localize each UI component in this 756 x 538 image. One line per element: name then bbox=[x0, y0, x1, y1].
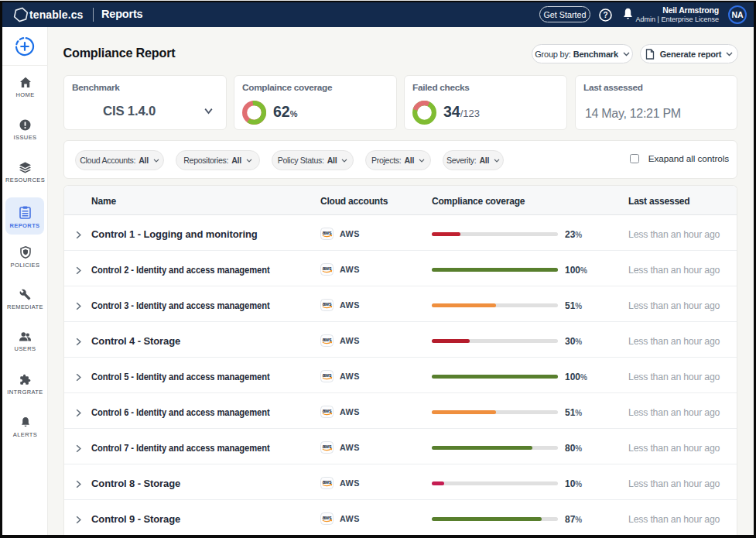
svg-text:aws: aws bbox=[323, 266, 332, 271]
svg-text:aws: aws bbox=[323, 479, 332, 485]
svg-text:aws: aws bbox=[323, 372, 332, 378]
svg-text:aws: aws bbox=[323, 408, 332, 413]
svg-text:aws: aws bbox=[323, 515, 332, 520]
svg-text:aws: aws bbox=[323, 230, 332, 235]
svg-text:aws: aws bbox=[323, 444, 332, 449]
svg-text:?: ? bbox=[603, 11, 607, 19]
svg-text:aws: aws bbox=[323, 337, 332, 342]
svg-text:aws: aws bbox=[323, 301, 332, 307]
